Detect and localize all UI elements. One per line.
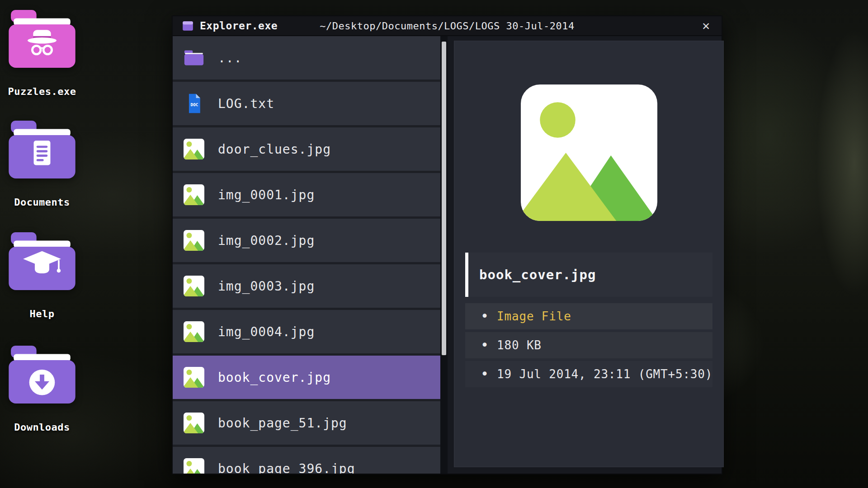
file-type-icon [184, 93, 204, 114]
app-title-group: Explorer.exe [182, 20, 278, 32]
titlebar: Explorer.exe ~/Desktop/Documents/LOGS/LO… [173, 16, 722, 36]
file-name: img_0002.jpg [218, 233, 315, 248]
desktop-icon-help[interactable]: Help [4, 232, 80, 319]
desktop-icon-documents[interactable]: Documents [4, 121, 80, 208]
file-row[interactable]: book_cover.jpg [173, 356, 440, 399]
desktop-icon-puzzles[interactable]: Puzzles.exe [4, 10, 80, 97]
file-detail-row: 180 KB [465, 332, 712, 358]
file-name: img_0003.jpg [218, 279, 315, 294]
preview-filename: book_cover.jpg [465, 253, 712, 297]
desktop-icon-downloads[interactable]: Downloads [4, 346, 80, 433]
file-row[interactable]: door_clues.jpg [173, 127, 440, 171]
file-row[interactable]: ... [173, 36, 440, 80]
bullet-icon [481, 310, 489, 323]
file-detail-row: 19 Jul 2014, 23:11 (GMT+5:30) [465, 361, 712, 387]
folder-icon [9, 232, 75, 290]
window-body: ... LOG.txt door_clues.jpg img_0001.jpg … [173, 36, 722, 474]
file-name: book_page_396.jpg [218, 461, 355, 474]
desktop-icon-label: Help [30, 308, 55, 319]
folder-icon [9, 10, 75, 68]
file-row[interactable]: book_page_396.jpg [173, 447, 440, 474]
file-name: img_0004.jpg [218, 324, 315, 339]
preview-filename-text: book_cover.jpg [479, 267, 596, 282]
file-type-icon [184, 276, 204, 296]
explorer-app-icon [182, 20, 194, 32]
bullet-icon [481, 367, 489, 381]
file-type-icon [184, 321, 204, 342]
file-details: Image File 180 KB 19 Jul 2014, 23:11 (GM… [465, 303, 712, 387]
image-preview-icon [521, 84, 657, 221]
desktop-icon-label: Documents [14, 197, 70, 208]
file-row[interactable]: img_0003.jpg [173, 264, 440, 308]
file-type-icon [184, 413, 204, 433]
file-name: door_clues.jpg [218, 142, 331, 157]
preview-pane: book_cover.jpg Image File 180 KB 19 Jul … [454, 41, 724, 467]
scrollbar-thumb[interactable] [442, 42, 446, 355]
file-type-icon [184, 367, 204, 388]
file-list: ... LOG.txt door_clues.jpg img_0001.jpg … [173, 36, 440, 474]
folder-icon [9, 346, 75, 404]
bullet-icon [481, 338, 489, 352]
file-row[interactable]: LOG.txt [173, 82, 440, 125]
detail-text: Image File [497, 310, 571, 323]
breadcrumb-path: ~/Desktop/Documents/LOGS/LOGS 30-Jul-201… [320, 20, 575, 32]
close-button[interactable]: ✕ [699, 19, 712, 33]
file-name: LOG.txt [218, 96, 274, 111]
file-name: book_page_51.jpg [218, 416, 347, 431]
detail-text: 180 KB [497, 338, 542, 352]
file-name: book_cover.jpg [218, 370, 331, 385]
file-row[interactable]: img_0001.jpg [173, 173, 440, 216]
file-row[interactable]: img_0002.jpg [173, 219, 440, 262]
file-type-icon [184, 184, 204, 205]
file-type-icon [184, 47, 204, 68]
file-row[interactable]: img_0004.jpg [173, 310, 440, 353]
file-detail-row: Image File [465, 303, 712, 329]
file-name: ... [218, 51, 242, 66]
file-type-icon [184, 139, 204, 160]
desktop-icon-label: Puzzles.exe [8, 86, 76, 97]
file-type-icon [184, 458, 204, 474]
file-type-icon [184, 230, 204, 251]
app-title: Explorer.exe [200, 20, 278, 32]
folder-icon [9, 121, 75, 178]
desktop-icon-label: Downloads [14, 422, 70, 433]
desktop-background: { "desktop": { "icons": [ { "id": "puzzl… [0, 0, 868, 488]
detail-text: 19 Jul 2014, 23:11 (GMT+5:30) [497, 367, 712, 381]
scrollbar-track[interactable] [440, 36, 448, 474]
file-row[interactable]: book_page_51.jpg [173, 401, 440, 445]
explorer-window: Explorer.exe ~/Desktop/Documents/LOGS/LO… [172, 15, 722, 474]
file-name: img_0001.jpg [218, 188, 315, 202]
